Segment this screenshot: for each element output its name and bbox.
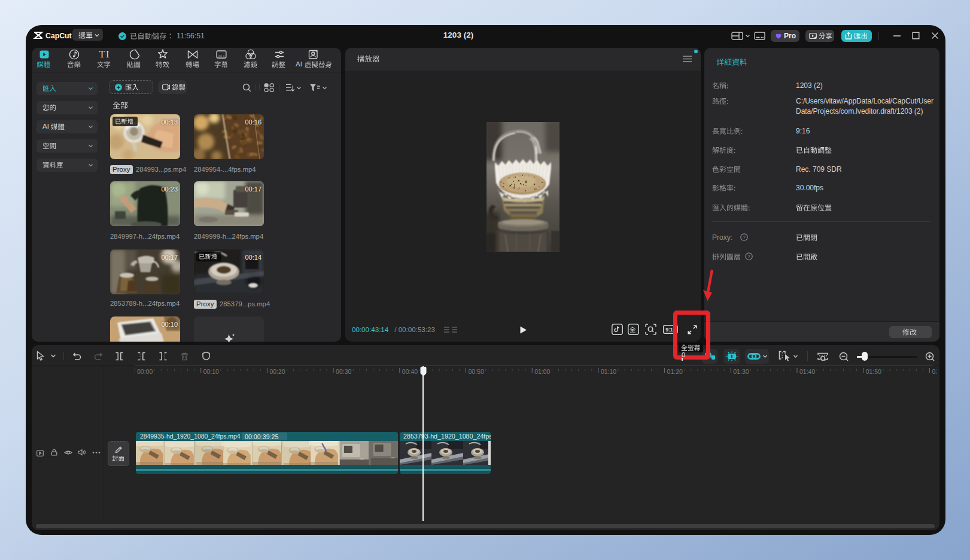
svg-text:00:50: 00:50 [469,368,484,375]
svg-text:01:10: 01:10 [601,368,616,375]
svg-text:00:40: 00:40 [402,368,418,375]
svg-text:00:10: 00:10 [203,368,219,375]
svg-text:00:20: 00:20 [269,368,285,375]
svg-text:00:00: 00:00 [137,368,153,375]
svg-text:01:00: 01:00 [534,368,550,375]
svg-text:?: ? [743,235,746,240]
svg-text:02:00: 02:00 [932,368,936,375]
svg-text:01:20: 01:20 [667,368,683,375]
svg-text:01:50: 01:50 [866,368,881,375]
svg-text:01:40: 01:40 [799,368,815,375]
svg-text:00:30: 00:30 [336,368,351,375]
svg-text:?: ? [747,254,750,259]
svg-text:01:30: 01:30 [733,368,749,375]
